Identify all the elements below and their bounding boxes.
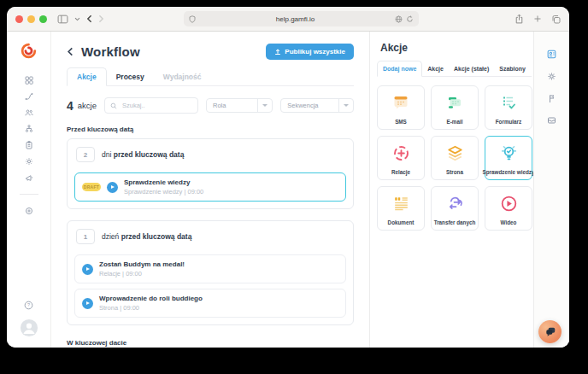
panel-tab-akcje-stale[interactable]: Akcje (stałe) — [449, 61, 494, 76]
data-transfer-icon — [432, 187, 478, 219]
relations-icon — [378, 137, 424, 169]
action-card-wideo[interactable]: Wideo — [485, 186, 532, 231]
help-icon[interactable]: ? — [21, 300, 38, 310]
action-row-buddy-medal[interactable]: Zostań Buddym na medal! Relacje | 09:00 — [74, 254, 346, 283]
action-card-dokument[interactable]: Dokument — [377, 186, 425, 231]
minimize-window-button[interactable] — [27, 15, 35, 23]
publish-all-button[interactable]: Publikuj wszystkie — [266, 44, 354, 60]
url-text: help.gamfi.io — [199, 15, 391, 23]
group-label-text: przed kluczową datą — [114, 150, 185, 159]
actions-panel: Akcje Dodaj nowe Akcje Akcje (stałe) Sza… — [369, 32, 533, 348]
sidebar-divider — [20, 194, 38, 195]
group-unit: dni — [102, 150, 111, 159]
action-play-icon[interactable] — [107, 182, 118, 193]
action-card-sms[interactable]: SMS — [377, 85, 425, 130]
sequence-select[interactable]: Sekwencja — [280, 98, 354, 113]
chat-widget-button[interactable] — [538, 320, 562, 343]
new-tab-icon[interactable] — [533, 15, 542, 23]
page-layers-icon — [432, 137, 478, 169]
browser-actions — [514, 7, 561, 31]
panel-tab-szablony[interactable]: Szablony — [494, 61, 531, 76]
right-rail — [533, 32, 569, 348]
action-count: 4 — [67, 99, 74, 113]
filters-row: 4 akcje Rola Sekwencja — [67, 97, 354, 114]
tab-procesy[interactable]: Procesy — [107, 68, 154, 85]
action-title: Zostań Buddym na medal! — [99, 260, 185, 268]
action-card-formularz[interactable]: Formularz — [485, 85, 532, 130]
browser-toolbar: help.gamfi.io — [7, 7, 569, 32]
badge-icon[interactable] — [21, 206, 38, 216]
main-tabbar: Akcje Procesy Wydajność — [67, 67, 354, 86]
workflow-group-1-day: 1 dzień przed kluczową datą Zostań Buddy… — [67, 220, 354, 325]
svg-text:?: ? — [27, 302, 30, 307]
days-number-box[interactable]: 2 — [76, 147, 95, 162]
action-row-wprowadzenie-buddy[interactable]: Wprowadzenie do roli buddiego Strona | 0… — [74, 289, 346, 318]
days-number-box[interactable]: 1 — [76, 229, 95, 244]
tasks-clipboard-icon[interactable] — [21, 140, 38, 150]
action-play-icon[interactable] — [82, 298, 93, 309]
reload-icon[interactable] — [406, 15, 414, 23]
browser-window: help.gamfi.io — [7, 7, 569, 348]
panel-tab-akcje[interactable]: Akcje — [422, 61, 449, 76]
sidebar-toggle-icon[interactable] — [57, 15, 68, 24]
action-meta: Sprawdzenie wiedzy | 09:00 — [124, 188, 203, 196]
forward-button[interactable] — [98, 15, 104, 23]
tab-overview-icon[interactable] — [551, 15, 561, 24]
group-label-text: przed kluczową datą — [121, 232, 192, 241]
translate-icon[interactable] — [395, 15, 403, 23]
user-avatar[interactable] — [20, 318, 38, 341]
action-card-strona[interactable]: Strona — [431, 136, 479, 180]
settings-gear-icon[interactable] — [546, 71, 557, 82]
upload-icon — [274, 49, 281, 56]
action-play-icon[interactable] — [82, 264, 93, 275]
back-chevron-icon[interactable] — [67, 47, 74, 56]
panel-title: Akcje — [380, 42, 532, 54]
inbox-mail-icon[interactable] — [546, 115, 557, 126]
panel-tabbar: Dodaj nowe Akcje Akcje (stałe) Szablony — [377, 61, 532, 77]
action-card-transfer-danych[interactable]: Transfer danych — [431, 186, 479, 231]
email-icon — [432, 86, 478, 119]
tab-wydajnosc[interactable]: Wydajność — [154, 68, 211, 85]
workflow-group-2-days: 2 dni przed kluczową datą DRAFT Sprawdze… — [67, 138, 354, 209]
action-title: Sprawdzenie wiedzy — [124, 178, 203, 186]
announcements-icon[interactable] — [21, 172, 38, 183]
page-title: Workflow — [81, 44, 140, 59]
back-button[interactable] — [86, 15, 92, 23]
draft-badge: DRAFT — [82, 183, 101, 191]
knowledge-check-icon — [485, 137, 532, 169]
sms-icon — [378, 86, 424, 119]
close-window-button[interactable] — [15, 15, 23, 23]
gamfi-logo[interactable] — [20, 42, 38, 63]
widgets-icon[interactable] — [546, 49, 557, 60]
workflow-icon[interactable] — [21, 91, 38, 102]
chat-bubbles-icon — [544, 326, 556, 337]
tab-akcje[interactable]: Akcje — [67, 67, 107, 86]
search-box[interactable] — [104, 97, 198, 114]
group-unit: dzień — [102, 232, 119, 241]
zoom-window-button[interactable] — [39, 15, 47, 23]
action-count-unit: akcje — [78, 101, 97, 110]
dashboard-icon[interactable] — [21, 75, 38, 85]
search-input[interactable] — [121, 101, 192, 110]
role-select[interactable]: Rola — [206, 98, 273, 113]
section-title-keydate: W kluczowej dacie — [67, 339, 354, 347]
chevron-down-icon — [338, 99, 353, 112]
section-title-before-keydate: Przed kluczową datą — [67, 126, 354, 133]
chevron-down-icon[interactable] — [74, 17, 80, 21]
users-icon[interactable] — [21, 108, 38, 118]
action-row-sprawdzenie-wiedzy[interactable]: DRAFT Sprawdzenie wiedzy Sprawdzenie wie… — [74, 172, 346, 202]
share-icon[interactable] — [514, 14, 524, 24]
panel-tab-dodaj-nowe[interactable]: Dodaj nowe — [377, 61, 422, 77]
document-icon — [378, 187, 424, 219]
action-card-email[interactable]: E-mail — [431, 85, 479, 130]
action-card-relacje[interactable]: Relacje — [377, 136, 425, 180]
flag-icon[interactable] — [547, 93, 557, 104]
action-card-sprawdzenie-wiedzy[interactable]: Sprawdzenie wiedzy — [485, 136, 532, 180]
address-bar[interactable]: help.gamfi.io — [184, 11, 419, 26]
action-meta: Strona | 09:00 — [99, 304, 203, 312]
window-controls — [15, 15, 47, 23]
settings-gear-icon[interactable] — [21, 156, 38, 167]
privacy-shield-icon[interactable] — [189, 15, 196, 23]
video-icon — [485, 187, 532, 219]
hierarchy-icon[interactable] — [21, 124, 38, 134]
